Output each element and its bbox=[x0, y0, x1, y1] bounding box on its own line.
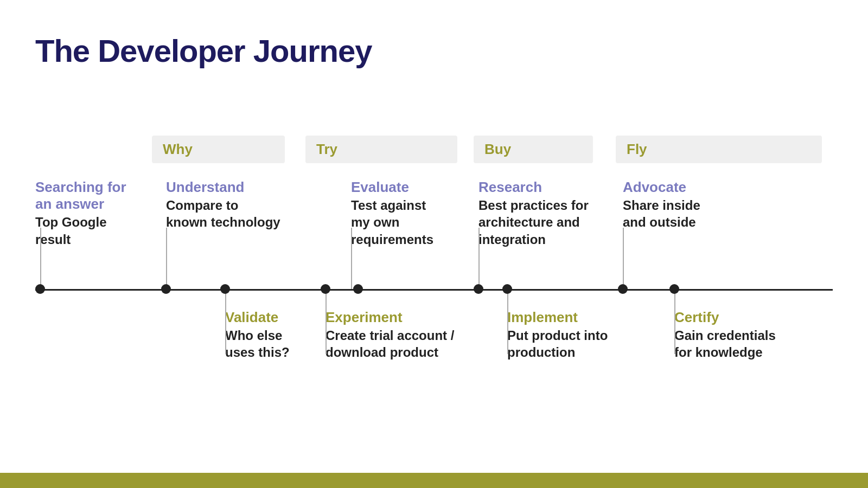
evaluate-title: Evaluate bbox=[351, 179, 433, 196]
research-title: Research bbox=[478, 179, 589, 196]
vline-evaluate bbox=[351, 228, 352, 289]
dot-implement bbox=[502, 284, 512, 294]
understand-body: Compare toknown technology bbox=[166, 197, 280, 230]
research-body: Best practices forarchitecture andintegr… bbox=[478, 197, 589, 248]
item-validate: Validate Who elseuses this? bbox=[225, 309, 290, 361]
validate-body: Who elseuses this? bbox=[225, 327, 290, 361]
dot-advocate bbox=[618, 284, 628, 294]
phase-why-label: Why bbox=[163, 141, 193, 157]
advocate-title: Advocate bbox=[623, 179, 700, 196]
vline-research bbox=[478, 228, 480, 289]
phase-try-label: Try bbox=[316, 141, 337, 157]
phase-try-box: Try bbox=[305, 136, 457, 163]
bottom-bar bbox=[0, 473, 868, 488]
phase-buy-label: Buy bbox=[484, 141, 511, 157]
vline-validate bbox=[225, 289, 226, 354]
phase-fly-label: Fly bbox=[627, 141, 647, 157]
searching-title: Searching foran answer bbox=[35, 179, 126, 213]
phase-fly-box: Fly bbox=[616, 136, 822, 163]
item-certify: Certify Gain credentialsfor knowledge bbox=[674, 309, 776, 361]
page-title: The Developer Journey bbox=[35, 33, 372, 69]
dot-validate bbox=[220, 284, 230, 294]
phase-buy-box: Buy bbox=[474, 136, 593, 163]
dot-research bbox=[474, 284, 483, 294]
implement-body: Put product intoproduction bbox=[507, 327, 608, 361]
searching-body: Top Googleresult bbox=[35, 214, 126, 247]
implement-title: Implement bbox=[507, 309, 608, 326]
advocate-body: Share insideand outside bbox=[623, 197, 700, 230]
timeline-line bbox=[35, 289, 833, 291]
dot-experiment1 bbox=[321, 284, 330, 294]
experiment-title: Experiment bbox=[326, 309, 454, 326]
vline-experiment bbox=[326, 289, 327, 354]
phase-why-box: Why bbox=[152, 136, 285, 163]
item-research: Research Best practices forarchitecture … bbox=[478, 179, 589, 248]
dot-certify bbox=[669, 284, 679, 294]
item-advocate: Advocate Share insideand outside bbox=[623, 179, 700, 231]
item-implement: Implement Put product intoproduction bbox=[507, 309, 608, 361]
vline-certify bbox=[674, 289, 675, 354]
item-searching: Searching foran answer Top Googleresult bbox=[35, 179, 126, 248]
vline-advocate bbox=[623, 228, 624, 289]
dot-understand bbox=[161, 284, 171, 294]
experiment-body: Create trial account /download product bbox=[326, 327, 454, 361]
vline-searching bbox=[40, 228, 41, 289]
item-experiment: Experiment Create trial account /downloa… bbox=[326, 309, 454, 361]
evaluate-body: Test againstmy ownrequirements bbox=[351, 197, 433, 248]
item-evaluate: Evaluate Test againstmy ownrequirements bbox=[351, 179, 433, 248]
certify-title: Certify bbox=[674, 309, 776, 326]
vline-understand bbox=[166, 228, 167, 289]
dot-evaluate bbox=[353, 284, 363, 294]
dot-searching bbox=[35, 284, 45, 294]
understand-title: Understand bbox=[166, 179, 280, 196]
certify-body: Gain credentialsfor knowledge bbox=[674, 327, 776, 361]
vline-implement bbox=[507, 289, 508, 354]
item-understand: Understand Compare toknown technology bbox=[166, 179, 280, 231]
validate-title: Validate bbox=[225, 309, 290, 326]
